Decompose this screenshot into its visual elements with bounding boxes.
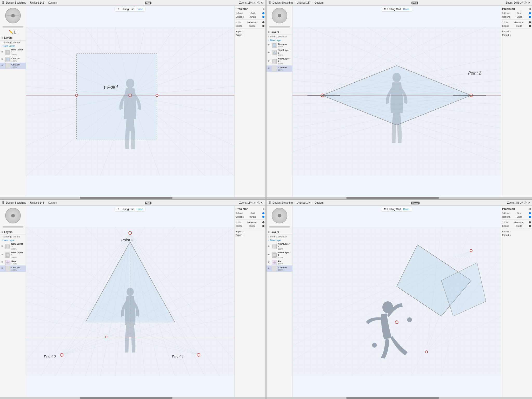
- svg-point-30: [75, 94, 78, 97]
- settings-icon-tl[interactable]: ⚙: [261, 1, 263, 4]
- precision-grid-type-bl[interactable]: 3-Point Grid: [236, 211, 264, 215]
- layer-item-bl-3[interactable]: 👁 Custom 100%: [0, 265, 26, 272]
- layer-item-bl-2[interactable]: 👁 Pen 100%: [0, 259, 26, 265]
- done-btn-tr[interactable]: Done: [403, 8, 409, 11]
- canvas-svg-tr: Point 2 Point 2 Plane 1 Plane 2: [292, 6, 501, 197]
- precision-guide-tl[interactable]: Ellipse Guide: [236, 24, 264, 28]
- slider-tr[interactable]: [267, 25, 292, 29]
- precision-measure-tr[interactable]: 1:1 in Measure: [502, 21, 531, 24]
- compass-tl[interactable]: [5, 8, 21, 23]
- slider-br[interactable]: [267, 225, 292, 229]
- scrollbar-tr[interactable]: [267, 197, 532, 199]
- info-icon-br[interactable]: ⓘ: [524, 201, 527, 205]
- import-btn-tl[interactable]: Import ↑: [236, 30, 264, 33]
- topbar-app-tr: ⠿ Design Sketching › Untitled 137 › Cust…: [269, 1, 323, 5]
- export-btn-tr[interactable]: Export ↓: [502, 33, 531, 37]
- import-btn-bl[interactable]: Import ↑: [236, 230, 264, 233]
- layer-eye-icon[interactable]: 👁: [1, 58, 4, 61]
- layers-header-tr: ≡ Layers: [267, 30, 292, 35]
- svg-point-111: [129, 231, 131, 234]
- import-btn-br[interactable]: Import ↑: [502, 230, 531, 233]
- layer-item-tl-2[interactable]: 👁 Custom 100%: [0, 63, 26, 69]
- new-layer-btn-tr[interactable]: + New Layer: [267, 38, 292, 42]
- layer-item-bl-0[interactable]: 👁 New Layer 2 100%: [0, 242, 26, 251]
- precision-measure-bl[interactable]: 1:1 in Measure: [236, 221, 264, 224]
- layer-eye-icon[interactable]: 👁: [1, 64, 4, 67]
- layer-item-br-2[interactable]: 👁 Pen 100%: [267, 259, 292, 265]
- precision-dots-icon: ⠿: [263, 8, 264, 10]
- layer-item-tr-3[interactable]: 👁 Custom 100%: [267, 65, 292, 72]
- new-layer-btn-tl[interactable]: + New Layer: [0, 44, 26, 48]
- precision-grid-type-tl[interactable]: 1-Point Grid: [236, 11, 264, 15]
- svg-rect-36: [273, 60, 276, 63]
- done-btn-bl[interactable]: Done: [137, 208, 143, 211]
- slider-tl[interactable]: [1, 25, 25, 29]
- layers-sorting-tl: ↕ Sorting | Manual: [0, 41, 26, 44]
- info-icon-tl[interactable]: ⓘ: [257, 1, 260, 5]
- compass-tr[interactable]: [272, 8, 287, 23]
- layer-item-tr-0[interactable]: 👁 Custom 100%: [267, 42, 292, 48]
- compass-br[interactable]: [272, 208, 287, 223]
- layer-item-br-0[interactable]: 👁 New Layer 2 100%: [267, 242, 292, 251]
- tool-icon-1[interactable]: ✏️: [9, 30, 13, 34]
- left-sidebar-tr: ≡ Layers ↕ Sorting | Manual + New Layer …: [267, 6, 292, 197]
- settings-icon-br[interactable]: ⚙: [528, 201, 530, 204]
- precision-measure-br[interactable]: 1:1 in Measure: [502, 221, 531, 224]
- layers-header-tl: ≡ Layers: [0, 35, 26, 41]
- precision-options-br[interactable]: Options Snap: [502, 215, 531, 219]
- svg-text:Point 3: Point 3: [121, 238, 134, 242]
- divider-tl-1: [236, 19, 264, 20]
- layer-eye-icon[interactable]: 👁: [1, 51, 4, 54]
- scrollbar-thumb-br[interactable]: [346, 397, 439, 399]
- layer-item-tl-1[interactable]: 👁 Custom 100%: [0, 56, 26, 63]
- done-btn-br[interactable]: Done: [403, 208, 409, 211]
- canvas-tl: ⠿ Editing Grid. Done: [26, 6, 234, 197]
- slider-bl[interactable]: [1, 225, 25, 229]
- export-btn-tl[interactable]: Export ↓: [236, 33, 264, 37]
- layer-item-bl-1[interactable]: 👁 New Layer 1 100%: [0, 251, 26, 259]
- precision-grid-type-br[interactable]: 3-Point Grid: [502, 211, 531, 215]
- layers-header-br: ≡ Layers: [267, 230, 292, 235]
- scrollbar-thumb-tl[interactable]: [80, 197, 173, 199]
- grid-dot-tl: [262, 12, 264, 14]
- precision-guide-tr[interactable]: Ellipse Guide: [502, 24, 531, 28]
- settings-icon-bl[interactable]: ⚙: [261, 201, 263, 204]
- badge-tr: PRO: [325, 1, 504, 4]
- info-icon-bl[interactable]: ⓘ: [257, 201, 260, 205]
- precision-options-bl[interactable]: Options Snap: [236, 215, 264, 219]
- layer-item-tl-0[interactable]: 👁 New Layer 1 100%: [0, 48, 26, 56]
- precision-measure-tl[interactable]: 1:1 in Measure: [236, 21, 264, 24]
- layers-header-bl: ≡ Layers: [0, 230, 26, 235]
- topbar-app-bl: ⠿ Design Sketching › Untitled 145 › Cust…: [2, 201, 57, 205]
- layer-item-br-1[interactable]: 👁 New Layer 1 100%: [267, 251, 292, 259]
- new-layer-btn-bl[interactable]: + New Layer: [0, 238, 26, 242]
- scrollbar-bl[interactable]: [0, 397, 265, 399]
- content-tl: ✏️ ⬚ ≡ Layers ↕ Sorting | Manual + New L…: [0, 6, 265, 197]
- precision-guide-bl[interactable]: Ellipse Guide: [236, 224, 264, 228]
- done-btn-tl[interactable]: Done: [137, 8, 143, 11]
- export-btn-bl[interactable]: Export ↓: [236, 233, 264, 237]
- svg-point-146: [395, 321, 398, 323]
- settings-icon-tr[interactable]: ⚙: [528, 1, 530, 4]
- precision-options-tl[interactable]: Options Snap: [236, 15, 264, 19]
- info-icon-tr[interactable]: ⓘ: [524, 1, 527, 5]
- precision-options-tr[interactable]: Options Snap: [502, 15, 531, 19]
- layer-item-tr-2[interactable]: 👁 New Layer 1 100%: [267, 57, 292, 65]
- scrollbar-tl[interactable]: [0, 197, 265, 199]
- compass-bl[interactable]: [5, 208, 21, 223]
- scrollbar-thumb-bl[interactable]: [80, 397, 173, 399]
- new-layer-btn-br[interactable]: + New Layer: [267, 238, 292, 242]
- editing-grid-bar-br: ⠿ Editing Grid. Done: [381, 207, 412, 212]
- layer-item-br-3[interactable]: 👁 Custom 100%: [267, 265, 292, 272]
- layers-sorting-bl: ↕ Sorting | Manual: [0, 235, 26, 238]
- svg-rect-2: [6, 58, 9, 61]
- precision-guide-br[interactable]: Ellipse Guide: [502, 224, 531, 228]
- scrollbar-br[interactable]: [267, 397, 532, 399]
- tool-icon-2[interactable]: ⬚: [14, 30, 17, 34]
- svg-text:Point 1: Point 1: [172, 355, 184, 359]
- layer-item-tr-1[interactable]: 👁 New Layer 2 100%: [267, 48, 292, 57]
- export-btn-br[interactable]: Export ↓: [502, 233, 531, 237]
- precision-grid-type-tr[interactable]: 2-Point Grid: [502, 11, 531, 15]
- scrollbar-thumb-tr[interactable]: [346, 197, 439, 199]
- import-btn-tr[interactable]: Import ↑: [502, 30, 531, 33]
